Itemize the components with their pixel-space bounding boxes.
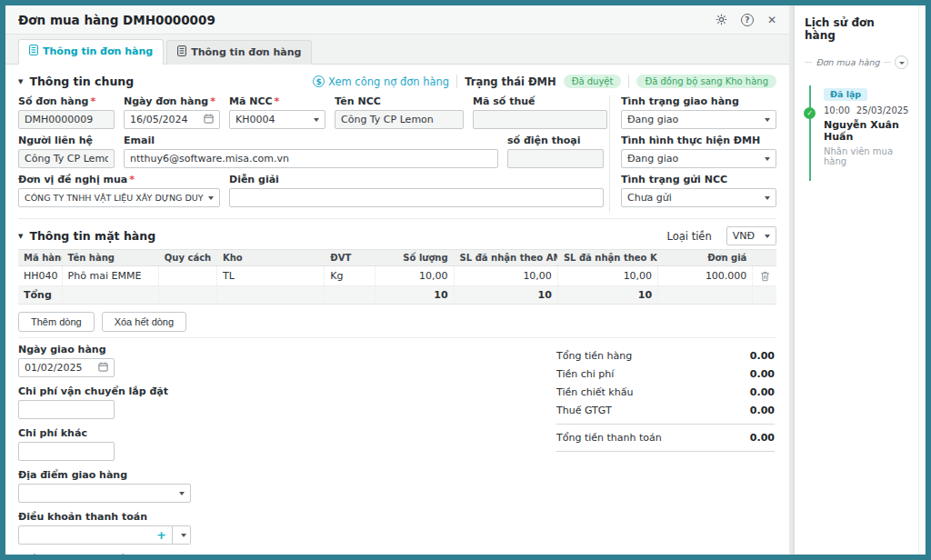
col-qty-amis[interactable]: SL đã nhận theo AMIS Kho xyxy=(454,250,557,266)
cell-item-code[interactable]: HH040 xyxy=(18,266,62,286)
cell-unit[interactable]: Kg xyxy=(325,266,375,286)
grand-total-row: Tổng tiền thanh toán0.00 xyxy=(556,424,775,452)
payment-terms-input[interactable]: + xyxy=(18,525,173,545)
supplier-code-select[interactable]: KH0004 xyxy=(229,110,325,129)
email-label: Email xyxy=(124,135,498,146)
delivery-place-select[interactable] xyxy=(18,484,191,503)
email-input[interactable]: ntthuy6@software.misa.com.vn xyxy=(124,149,498,168)
send-status-field: Tình trạng gửi NCC Chưa gửi xyxy=(621,174,776,207)
collapse-history-button[interactable] xyxy=(895,55,908,69)
payment-terms-label: Điều khoản thanh toán xyxy=(18,511,409,523)
debt-link-label: Xem công nợ đơn hàng xyxy=(328,75,449,88)
tax-code-label: Mã số thuế xyxy=(473,95,607,107)
tax-code-field: Mã số thuế xyxy=(473,95,607,129)
phone-field: số điện thoại xyxy=(507,135,604,168)
required-marker: * xyxy=(275,95,280,107)
entry-timestamp: 10:00 25/03/2025 xyxy=(824,105,908,115)
contact-input[interactable]: Công Ty CP Lemon xyxy=(18,149,115,168)
col-warehouse[interactable]: Kho xyxy=(217,250,325,266)
supplier-name-label: Tên NCC xyxy=(335,95,464,107)
dollar-circle-icon: $ xyxy=(313,75,325,87)
titlebar-actions: ? ✕ xyxy=(716,14,776,26)
cell-qty-amis[interactable]: 10,00 xyxy=(454,266,557,286)
delivery-status-label: Tình trạng giao hàng xyxy=(621,95,776,107)
col-item-name[interactable]: Tên hàng xyxy=(62,250,158,266)
purchase-unit-select[interactable]: CÔNG TY TNHH VẬT LIỆU XÂY DỰNG DUY MẠNH xyxy=(18,188,220,207)
status-badge-approved: Đã duyệt xyxy=(564,75,622,88)
payment-due-label: Thời hạn thanh toán xyxy=(18,553,409,555)
scrollbar-track[interactable] xyxy=(918,5,925,555)
order-date-input[interactable]: 16/05/2024 xyxy=(124,110,220,129)
description-input[interactable] xyxy=(229,188,604,207)
total-label: Tổng xyxy=(18,286,62,305)
help-icon[interactable]: ? xyxy=(741,14,754,26)
app-frame: Đơn mua hàng DMH0000009 ? ✕ Thông tin đơ… xyxy=(0,0,931,560)
calendar-icon[interactable] xyxy=(204,114,214,126)
delivery-place-label: Địa điểm giao hàng xyxy=(18,469,409,481)
tax-code-input[interactable] xyxy=(473,110,607,129)
clear-rows-button[interactable]: Xóa hết dòng xyxy=(102,312,186,332)
col-quantity[interactable]: Số lượng xyxy=(375,250,454,266)
section-title-items: Thông tin mặt hàng xyxy=(29,229,155,243)
currency-select[interactable]: VNĐ xyxy=(726,226,776,245)
collapse-caret-icon[interactable]: ▼ xyxy=(18,233,23,240)
phone-input[interactable] xyxy=(507,149,604,168)
delete-row-icon[interactable] xyxy=(758,271,771,282)
cell-spec[interactable] xyxy=(158,266,216,286)
cell-unit-price[interactable]: 100.000 xyxy=(658,266,753,286)
col-qty-accounting[interactable]: SL đã nhận theo Kế toán xyxy=(557,250,657,266)
col-item-code[interactable]: Mã hàng xyxy=(18,250,62,266)
view-debt-link[interactable]: $ Xem công nợ đơn hàng xyxy=(313,75,449,88)
delivery-date-field: Ngày giao hàng 01/02/2025 xyxy=(18,344,409,377)
contact-label: Người liên hệ xyxy=(18,135,115,146)
calendar-icon[interactable] xyxy=(98,362,108,375)
chevron-down-icon xyxy=(179,492,185,495)
tab-order-info-2[interactable]: Thông tin đơn hàng xyxy=(166,40,312,65)
supplier-name-input[interactable]: Công Ty CP Lemon xyxy=(335,110,464,129)
entry-time: 10:00 xyxy=(824,105,850,115)
order-number-field: Số đơn hàng* DMH0000009 xyxy=(18,95,115,129)
cell-item-name[interactable]: Phô mai EMME xyxy=(62,266,158,286)
divider xyxy=(456,75,457,88)
check-circle-icon: ✓ xyxy=(804,107,816,119)
chevron-down-icon xyxy=(765,196,770,200)
col-spec[interactable]: Quy cách xyxy=(158,250,216,266)
close-icon[interactable]: ✕ xyxy=(767,14,776,26)
add-icon[interactable]: + xyxy=(156,528,166,542)
totals-summary: Tổng tiền hàng0.00 Tiền chi phí0.00 Tiền… xyxy=(556,346,775,555)
col-unit-price[interactable]: Đơn giá xyxy=(658,250,753,266)
chevron-down-icon xyxy=(765,118,770,122)
collapse-caret-icon[interactable]: ▼ xyxy=(18,78,23,85)
field-row-3: Đơn vị đề nghị mua* CÔNG TY TNHH VẬT LIỆ… xyxy=(18,174,609,207)
divider xyxy=(884,62,891,63)
order-date-label: Ngày đơn hàng xyxy=(124,95,208,107)
tab-label: Thông tin đơn hàng xyxy=(191,46,301,58)
chevron-down-icon xyxy=(181,534,186,537)
send-status-select[interactable]: Chưa gửi xyxy=(621,188,776,207)
cell-warehouse[interactable]: TL xyxy=(217,266,325,286)
delivery-status-field: Tình trạng giao hàng Đang giao xyxy=(621,95,776,129)
payment-terms-dropdown[interactable] xyxy=(173,525,191,545)
delivery-date-input[interactable]: 01/02/2025 xyxy=(18,358,115,377)
add-row-button[interactable]: Thêm dòng xyxy=(18,312,95,332)
execution-status-select[interactable]: Đang giao xyxy=(621,149,776,168)
total-vat-label: Thuế GTGT xyxy=(556,405,612,416)
order-number-input[interactable]: DMH0000009 xyxy=(18,110,115,129)
cell-quantity[interactable]: 10,00 xyxy=(375,266,454,286)
entry-date: 25/03/2025 xyxy=(856,105,909,115)
modal-titlebar: Đơn mua hàng DMH0000009 ? ✕ xyxy=(5,5,789,35)
shipping-cost-input[interactable] xyxy=(18,400,115,419)
timeline-entry: Đã lập 10:00 25/03/2025 Nguyễn Xuân Huấn… xyxy=(824,84,908,166)
chevron-down-icon xyxy=(765,235,770,238)
divider xyxy=(805,62,812,63)
other-cost-input[interactable] xyxy=(18,442,115,461)
table-row[interactable]: HH040 Phô mai EMME TL Kg 10,00 10,00 10,… xyxy=(18,266,776,286)
tab-label: Thông tin đơn hàng xyxy=(43,45,153,57)
workspace: Đơn mua hàng DMH0000009 ? ✕ Thông tin đơ… xyxy=(5,5,926,555)
col-unit[interactable]: ĐVT xyxy=(325,250,375,266)
chevron-down-icon xyxy=(208,196,214,200)
delivery-status-select[interactable]: Đang giao xyxy=(621,110,776,129)
tab-order-info-1[interactable]: Thông tin đơn hàng xyxy=(18,39,164,65)
cell-qty-accounting[interactable]: 10,00 xyxy=(557,266,657,286)
settings-gear-icon[interactable] xyxy=(716,14,727,25)
